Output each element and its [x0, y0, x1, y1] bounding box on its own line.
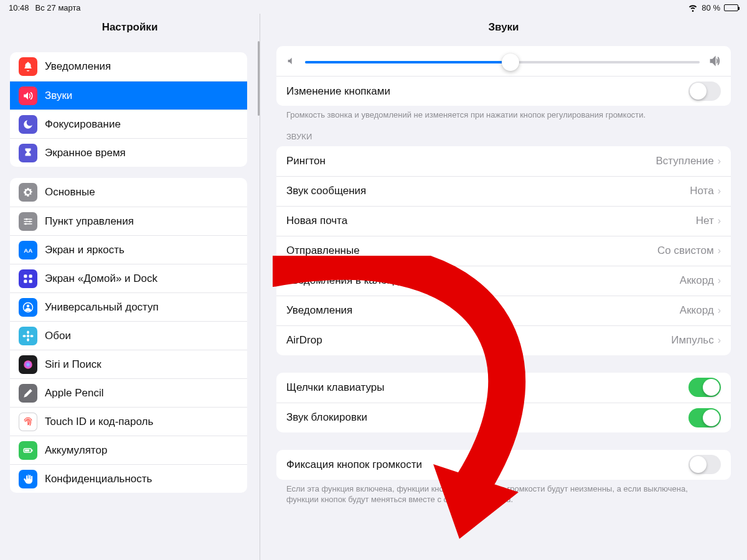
sidebar-item-label: Apple Pencil	[45, 387, 104, 399]
sidebar-item-универсальный-доступ[interactable]: Универсальный доступ	[10, 292, 247, 321]
toggle-switch[interactable]	[688, 378, 721, 397]
svg-rect-18	[25, 449, 30, 451]
chevron-right-icon: ›	[718, 185, 721, 197]
sound-row[interactable]: Уведомления в календарях Аккорд ›	[276, 266, 731, 296]
sidebar-item-touch-id-и-код-пароль[interactable]: Touch ID и код-пароль	[10, 407, 247, 436]
speaker-low-icon	[286, 56, 296, 68]
svg-point-14	[30, 335, 33, 337]
chevron-right-icon: ›	[718, 215, 721, 226]
svg-point-12	[27, 338, 29, 341]
fingerprint-icon	[19, 413, 37, 431]
sidebar-item-label: Экран «Домой» и Dock	[45, 273, 157, 285]
siri-icon	[19, 355, 37, 374]
status-bar: 10:48 Вс 27 марта 80 %	[0, 0, 747, 14]
sidebar-item-уведомления[interactable]: Уведомления	[10, 52, 247, 81]
sidebar-item-label: Основные	[45, 186, 95, 198]
svg-point-13	[22, 335, 26, 337]
sidebar-item-экран-домой-и-dock[interactable]: Экран «Домой» и Dock	[10, 264, 247, 292]
sidebar-item-звуки[interactable]: Звуки	[10, 81, 247, 110]
svg-point-15	[24, 360, 32, 369]
flower-icon	[19, 327, 37, 345]
sidebar-title: Настройки	[0, 14, 260, 41]
sidebar-item-label: Обои	[45, 330, 71, 342]
sidebar-item-apple-pencil[interactable]: Apple Pencil	[10, 378, 247, 407]
panel-title: Звуки	[260, 14, 747, 41]
svg-rect-5	[29, 274, 32, 278]
status-date: Вс 27 марта	[35, 3, 81, 12]
sound-label: Звук сообщения	[286, 185, 366, 197]
sound-value: Нота	[690, 185, 713, 197]
sound-row[interactable]: Новая почта Нет ›	[276, 206, 731, 236]
sound-row[interactable]: Отправленные Со свистом ›	[276, 236, 731, 266]
lock-volume-buttons-toggle[interactable]	[688, 455, 721, 474]
gear-icon	[19, 183, 37, 202]
lock-volume-buttons-label: Фиксация кнопок громкости	[286, 459, 422, 471]
toggle-row[interactable]: Щелчки клавиатуры	[276, 373, 731, 403]
hourglass-icon	[19, 144, 37, 162]
sound-row[interactable]: Рингтон Вступление ›	[276, 146, 731, 176]
grid-icon	[19, 269, 37, 288]
hand-icon	[19, 470, 37, 488]
sound-label: Отправленные	[286, 245, 360, 257]
sound-label: Уведомления в календарях	[286, 274, 421, 287]
bell-icon	[19, 57, 37, 76]
lock-volume-buttons-row[interactable]: Фиксация кнопок громкости	[276, 450, 731, 480]
sliders-icon	[19, 212, 37, 231]
toggle-row[interactable]: Звук блокировки	[276, 403, 731, 432]
sounds-section-header: ЗВУКИ	[286, 132, 721, 141]
svg-rect-7	[29, 279, 32, 282]
sidebar-item-обои[interactable]: Обои	[10, 321, 247, 350]
speaker-icon	[19, 86, 37, 105]
battery-icon	[19, 441, 37, 460]
scrollbar[interactable]	[258, 41, 260, 116]
battery-percent: 80 %	[702, 3, 720, 12]
volume-slider-row	[276, 46, 731, 76]
pencil-icon	[19, 384, 37, 403]
sidebar-item-label: Универсальный доступ	[45, 301, 159, 314]
sidebar-item-siri-и-поиск[interactable]: Siri и Поиск	[10, 350, 247, 378]
sidebar-item-экран-и-яркость[interactable]: AAЭкран и яркость	[10, 235, 247, 264]
sidebar-item-label: Фокусирование	[45, 118, 121, 131]
svg-rect-4	[24, 274, 27, 278]
change-with-buttons-toggle[interactable]	[688, 82, 721, 101]
sound-row[interactable]: AirDrop Импульс ›	[276, 325, 731, 355]
sound-value: Вступление	[655, 155, 713, 167]
svg-point-1	[29, 220, 31, 222]
sound-label: AirDrop	[286, 334, 322, 347]
change-with-buttons-row[interactable]: Изменение кнопками	[276, 76, 731, 106]
sound-value: Аккорд	[680, 304, 714, 317]
sound-label: Новая почта	[286, 215, 347, 227]
svg-point-11	[27, 330, 29, 334]
sidebar-item-экранное-время[interactable]: Экранное время	[10, 138, 247, 167]
chevron-right-icon: ›	[718, 245, 721, 256]
svg-point-10	[27, 334, 30, 337]
sidebar-item-аккумулятор[interactable]: Аккумулятор	[10, 436, 247, 464]
volume-slider[interactable]	[305, 61, 700, 63]
chevron-right-icon: ›	[718, 156, 721, 167]
chevron-right-icon: ›	[718, 335, 721, 346]
status-time: 10:48	[9, 3, 29, 12]
settings-panel: Звуки Изменение кнопками	[260, 14, 747, 560]
sidebar-item-label: Экран и яркость	[45, 244, 125, 256]
sound-value: Импульс	[671, 334, 714, 347]
aa-icon: AA	[19, 241, 37, 259]
sidebar-item-label: Уведомления	[45, 60, 111, 73]
svg-rect-17	[32, 449, 33, 451]
sidebar-item-label: Экранное время	[45, 147, 126, 159]
sidebar-item-label: Пункт управления	[45, 215, 134, 228]
toggle-switch[interactable]	[688, 408, 721, 427]
svg-text:AA: AA	[24, 246, 32, 253]
battery-icon	[724, 4, 738, 11]
sound-value: Со свистом	[657, 245, 714, 257]
sound-row[interactable]: Звук сообщения Нота ›	[276, 176, 731, 206]
sidebar-item-основные[interactable]: Основные	[10, 178, 247, 207]
svg-point-9	[27, 304, 30, 307]
sound-label: Уведомления	[286, 304, 352, 317]
sound-label: Рингтон	[286, 155, 326, 167]
sound-row[interactable]: Уведомления Аккорд ›	[276, 296, 731, 325]
sidebar-item-пункт-управления[interactable]: Пункт управления	[10, 207, 247, 235]
settings-sidebar: Настройки УведомленияЗвукиФокусированиеЭ…	[0, 14, 260, 560]
sidebar-item-фокусирование[interactable]: Фокусирование	[10, 110, 247, 138]
sidebar-item-конфиденциальность[interactable]: Конфиденциальность	[10, 464, 247, 493]
sidebar-item-label: Звуки	[45, 90, 72, 102]
